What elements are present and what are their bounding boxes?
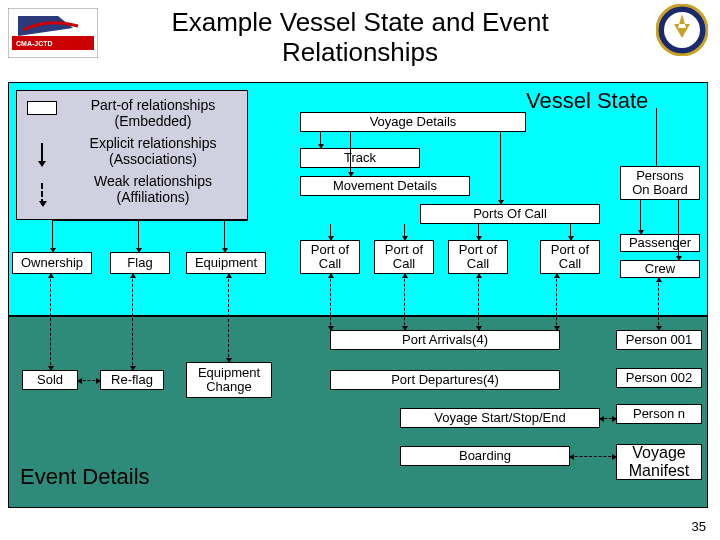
conn	[138, 220, 139, 252]
conn	[570, 224, 571, 240]
crew-box: Crew	[620, 260, 700, 278]
conn	[52, 220, 53, 252]
passenger-box: Passenger	[620, 234, 700, 252]
reflag-box: Re-flag	[100, 370, 164, 390]
port-of-call-3: Port of Call	[448, 240, 508, 274]
movement-details-box: Movement Details	[300, 176, 470, 196]
person-002-box: Person 002	[616, 368, 702, 388]
conn	[640, 200, 641, 234]
page-title: Example Vessel State and Event Relations…	[120, 8, 600, 68]
port-of-call-2: Port of Call	[374, 240, 434, 274]
svg-text:CMA-JCTD: CMA-JCTD	[16, 40, 53, 47]
conn	[500, 132, 501, 204]
legend: Part-of relationships (Embedded) Explici…	[16, 90, 248, 220]
boarding-box: Boarding	[400, 446, 570, 466]
conn	[228, 274, 229, 362]
conn	[78, 380, 100, 381]
equipment-change-box: Equipment Change	[186, 362, 272, 398]
affiliation-symbol	[41, 183, 43, 205]
conn	[478, 274, 479, 330]
conn	[404, 274, 405, 330]
page-number: 35	[692, 519, 706, 534]
conn	[224, 220, 225, 252]
conn	[678, 200, 679, 260]
voyage-manifest-box: Voyage Manifest	[616, 444, 702, 480]
persons-on-board-box: Persons On Board	[620, 166, 700, 200]
event-details-label: Event Details	[20, 464, 150, 490]
association-symbol	[41, 143, 43, 165]
conn	[52, 220, 248, 221]
conn	[656, 108, 657, 166]
vessel-state-label: Vessel State	[526, 88, 648, 114]
jctd-logo: CMA-JCTD	[8, 8, 98, 58]
flag-box: Flag	[110, 252, 170, 274]
conn	[350, 132, 351, 176]
port-of-call-1: Port of Call	[300, 240, 360, 274]
person-001-box: Person 001	[616, 330, 702, 350]
conn	[404, 224, 405, 240]
conn	[50, 274, 51, 370]
person-n-box: Person n	[616, 404, 702, 424]
conn	[600, 418, 616, 419]
voyage-details-box: Voyage Details	[300, 112, 526, 132]
legend-partof: Part-of relationships (Embedded)	[65, 97, 241, 129]
embedded-symbol	[27, 101, 57, 115]
sold-box: Sold	[22, 370, 78, 390]
port-of-call-4: Port of Call	[540, 240, 600, 274]
conn	[658, 278, 659, 330]
port-departures-box: Port Departures(4)	[330, 370, 560, 390]
conn	[478, 224, 479, 240]
legend-explicit: Explicit relationships (Associations)	[65, 135, 241, 167]
ownership-box: Ownership	[12, 252, 92, 274]
conn	[320, 132, 321, 148]
equipment-box: Equipment	[186, 252, 266, 274]
legend-weak: Weak relationships (Affiliations)	[65, 173, 241, 205]
conn	[556, 274, 557, 330]
conn	[330, 224, 331, 240]
voyage-sse-box: Voyage Start/Stop/End	[400, 408, 600, 428]
track-box: Track	[300, 148, 420, 168]
conn	[570, 456, 616, 457]
seal-logo	[656, 4, 708, 56]
ports-of-call-box: Ports Of Call	[420, 204, 600, 224]
port-arrivals-box: Port Arrivals(4)	[330, 330, 560, 350]
conn	[132, 274, 133, 370]
conn	[330, 274, 331, 330]
